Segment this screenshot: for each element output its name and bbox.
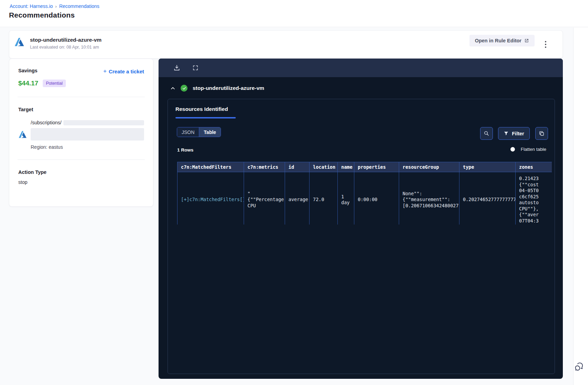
col-id: id	[285, 162, 310, 172]
azure-logo-icon	[14, 37, 24, 47]
savings-amount: $44.17	[18, 80, 38, 87]
top-bar: Account: Harness.io › Recommendations Re…	[0, 0, 588, 27]
cell-id: average	[285, 172, 310, 225]
external-link-icon	[524, 38, 529, 43]
header-texts: stop-underutilized-azure-vm Last evaluat…	[30, 37, 102, 50]
success-check-icon	[181, 85, 187, 92]
copy-icon	[539, 131, 545, 136]
cell-c7n-metrics: " {""Percentage CPU	[244, 172, 285, 225]
recommendation-header-card: stop-underutilized-azure-vm Last evaluat…	[9, 30, 563, 59]
view-json-segment[interactable]: JSON	[177, 127, 199, 137]
azure-logo-icon-small	[18, 130, 27, 139]
divider	[18, 97, 145, 97]
panel-toolbar	[159, 59, 563, 77]
flatten-table-toggle[interactable]	[510, 147, 515, 152]
panel-rule-name: stop-underutilized-azure-vm	[193, 85, 264, 91]
open-rule-editor-button[interactable]: Open in Rule Editor	[469, 35, 535, 46]
tab-resources-identified[interactable]: Resources Identified	[175, 106, 236, 118]
cell-location: 72.0	[310, 172, 338, 225]
savings-label: Savings	[18, 68, 38, 73]
results-table-container: c7n:MatchedFilters c7n:metrics id locati…	[177, 162, 552, 225]
search-button[interactable]	[480, 127, 493, 140]
target-label: Target	[18, 107, 144, 112]
cell-name: 1 day	[338, 172, 354, 225]
cell-zones: 0.21423 {""cost 04-05T0 c6cf625 autosto …	[516, 172, 552, 225]
cell-resourcegroup: None"": {""measurement"": [0.20671066342…	[399, 172, 459, 225]
view-table-segment[interactable]: Table	[199, 127, 221, 137]
tab-label: Resources Identified	[175, 106, 236, 112]
help-chat-icon[interactable]	[574, 362, 585, 373]
flatten-table-control: Flatten table	[510, 147, 546, 152]
chevron-up-icon[interactable]	[170, 86, 175, 91]
breadcrumb: Account: Harness.io › Recommendations	[10, 3, 99, 9]
redacted-subscription-id	[63, 120, 144, 125]
cell-type: 0.20274652777777777	[459, 172, 516, 225]
col-type: type	[459, 162, 516, 172]
active-tab-underline	[175, 117, 236, 118]
filter-label: Filter	[512, 131, 524, 136]
results-table: c7n:MatchedFilters c7n:metrics id locati…	[177, 162, 552, 225]
summary-card: Savings + Create a ticket $44.17 Potenti…	[9, 59, 153, 207]
table-row: [+]c7n:MatchedFilters[] " {""Percentage …	[178, 172, 552, 225]
copy-button[interactable]	[535, 127, 548, 140]
fullscreen-icon[interactable]	[190, 62, 201, 74]
create-ticket-label: Create a ticket	[109, 69, 144, 74]
rule-result-header: stop-underutilized-azure-vm	[159, 77, 563, 92]
filter-button[interactable]: Filter	[498, 127, 530, 140]
col-resourcegroup: resourceGroup	[399, 162, 459, 172]
col-location: location	[310, 162, 338, 172]
more-options-button[interactable]	[543, 38, 548, 51]
col-zones: zones	[516, 162, 552, 172]
rule-name: stop-underutilized-azure-vm	[30, 37, 102, 43]
breadcrumb-separator-icon: ›	[55, 4, 57, 9]
col-properties: properties	[354, 162, 399, 172]
target-subscription-path: /subscriptions/	[31, 120, 61, 125]
cell-matchedfilters-expand-link[interactable]: [+]c7n:MatchedFilters[]	[178, 172, 244, 225]
plus-icon: +	[103, 68, 107, 75]
resources-card: Resources Identified JSON Table Filter	[168, 99, 555, 374]
col-c7n-metrics: c7n:metrics	[244, 162, 285, 172]
flatten-table-label: Flatten table	[521, 147, 546, 152]
filter-funnel-icon	[504, 131, 509, 136]
savings-potential-badge: Potential	[43, 80, 66, 87]
target-region: Region: eastus	[31, 144, 144, 150]
download-icon[interactable]	[171, 62, 183, 74]
divider	[18, 159, 145, 160]
rule-output-panel: stop-underutilized-azure-vm Resources Id…	[159, 59, 563, 379]
create-ticket-button[interactable]: + Create a ticket	[103, 68, 144, 75]
last-evaluated: Last evaluated on: 08 Apr, 10:01 am	[30, 45, 102, 50]
action-type-label: Action Type	[18, 169, 144, 175]
col-name: name	[338, 162, 354, 172]
right-gutter	[573, 28, 588, 385]
breadcrumb-account-link[interactable]: Account: Harness.io	[10, 3, 53, 9]
page-title: Recommendations	[9, 11, 75, 19]
action-type-value: stop	[18, 179, 144, 185]
breadcrumb-current-link[interactable]: Recommendations	[59, 3, 100, 9]
table-header-row: c7n:MatchedFilters c7n:metrics id locati…	[178, 162, 552, 172]
view-mode-toggle: JSON Table	[177, 127, 221, 137]
rows-count: 1 Rows	[177, 147, 193, 153]
search-icon	[484, 131, 489, 136]
col-c7n-matchedfilters: c7n:MatchedFilters	[178, 162, 244, 172]
redacted-target-details	[31, 128, 144, 141]
cell-properties: 0:00:00	[354, 172, 399, 225]
open-rule-editor-label: Open in Rule Editor	[475, 38, 521, 43]
